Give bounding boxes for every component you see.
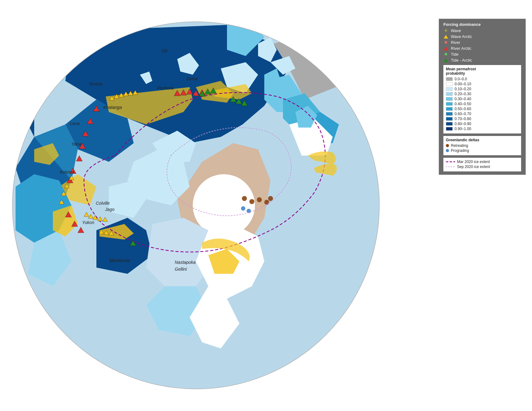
svg-text:Yana: Yana	[72, 142, 81, 147]
river-arctic-label: River Arctic	[451, 46, 471, 51]
greenlandic-retreating: Retreating	[446, 143, 519, 148]
wave-arctic-label: Wave Arctic	[451, 34, 472, 39]
permafrost-row-3: 0.20–0.30	[446, 92, 519, 96]
perm-swatch-2	[446, 87, 453, 91]
svg-text:Khatanga: Khatanga	[103, 105, 122, 110]
svg-text:Gellini: Gellini	[175, 267, 187, 272]
map-svg: Ob Yenisei Lena Yana Kolyma Khatanga Pec…	[9, 6, 382, 404]
perm-swatch-10	[446, 127, 453, 131]
permafrost-row-5: 0.40–0.50	[446, 102, 519, 106]
map-container: Ob Yenisei Lena Yana Kolyma Khatanga Pec…	[9, 6, 382, 404]
permafrost-row-1: 0.00–0.10	[446, 82, 519, 86]
svg-text:Mackenzie: Mackenzie	[109, 258, 130, 263]
permafrost-row-4: 0.30–0.40	[446, 97, 519, 101]
permafrost-legend: Mean permafrost probability 0.0–0.0 0.00…	[443, 65, 521, 133]
mar-ice-line-icon	[446, 160, 455, 163]
perm-swatch-1	[446, 82, 453, 86]
svg-point-5	[257, 197, 262, 202]
retreating-dot	[446, 144, 449, 147]
wave-label: Wave	[451, 28, 461, 33]
legend-item-tide-arctic: Tide - Arctic	[443, 58, 521, 63]
svg-text:Jago: Jago	[105, 207, 115, 212]
legend-item-wave: Wave	[443, 28, 521, 33]
svg-text:Lena: Lena	[70, 121, 80, 126]
svg-text:Yenisei: Yenisei	[89, 82, 103, 86]
svg-text:Kolyma: Kolyma	[60, 170, 74, 175]
svg-text:Colville: Colville	[96, 201, 110, 206]
wave-icon	[443, 28, 448, 33]
permafrost-row-2: 0.10–0.20	[446, 87, 519, 91]
forcing-title: Forcing dominance	[443, 22, 521, 27]
tide-arctic-label: Tide - Arctic	[451, 58, 472, 63]
permafrost-row-10: 0.90–1.00	[446, 127, 519, 131]
legend-item-wave-arctic: Wave Arctic	[443, 34, 521, 39]
wave-arctic-icon	[443, 34, 448, 39]
permafrost-row-7: 0.60–0.70	[446, 112, 519, 116]
tide-arctic-icon	[443, 58, 448, 63]
legend-item-river-arctic: River Arctic	[443, 46, 521, 51]
svg-point-4	[249, 199, 254, 204]
permafrost-row-0: 0.0–0.0	[446, 77, 519, 81]
greenlandic-title: Greenlandic deltas	[446, 138, 519, 142]
prograding-dot	[446, 149, 449, 152]
permafrost-row-9: 0.80–0.90	[446, 122, 519, 126]
permafrost-row-8: 0.70–0.80	[446, 117, 519, 121]
legend-item-river: River	[443, 40, 521, 45]
ice-row-sep: Sep 2020 ice extent	[446, 165, 519, 169]
perm-swatch-4	[446, 97, 453, 101]
perm-swatch-8	[446, 117, 453, 121]
tide-icon	[443, 52, 448, 57]
svg-point-6	[264, 200, 269, 205]
permafrost-title: Mean permafrost probability	[446, 67, 519, 76]
perm-swatch-3	[446, 92, 453, 96]
legend: Forcing dominance Wave Wave Arctic River…	[439, 19, 526, 175]
perm-swatch-7	[446, 112, 453, 116]
ice-row-mar: Mar 2020 ice extent	[446, 160, 519, 164]
river-arctic-icon	[443, 46, 448, 51]
tide-label: Tide	[451, 52, 459, 57]
svg-text:Ob: Ob	[162, 48, 168, 53]
perm-swatch-0	[446, 77, 453, 81]
svg-text:Pechora: Pechora	[157, 86, 173, 91]
river-label: River	[451, 40, 460, 45]
perm-swatch-9	[446, 122, 453, 126]
svg-point-3	[242, 196, 247, 201]
greenlandic-prograding: Prograding	[446, 148, 519, 153]
svg-point-8	[241, 206, 245, 211]
svg-text:Nastapoka: Nastapoka	[175, 260, 196, 265]
river-icon	[443, 40, 448, 45]
legend-item-tide: Tide	[443, 52, 521, 57]
perm-swatch-5	[446, 102, 453, 106]
permafrost-row-6: 0.50–0.60	[446, 107, 519, 111]
svg-text:Dvina: Dvina	[187, 76, 198, 81]
perm-swatch-6	[446, 107, 453, 111]
sep-ice-line-icon	[446, 165, 455, 168]
ice-legend: Mar 2020 ice extent Sep 2020 ice extent	[443, 158, 521, 171]
greenlandic-legend: Greenlandic deltas Retreating Prograding	[443, 136, 521, 155]
svg-text:Yukon: Yukon	[82, 220, 94, 225]
